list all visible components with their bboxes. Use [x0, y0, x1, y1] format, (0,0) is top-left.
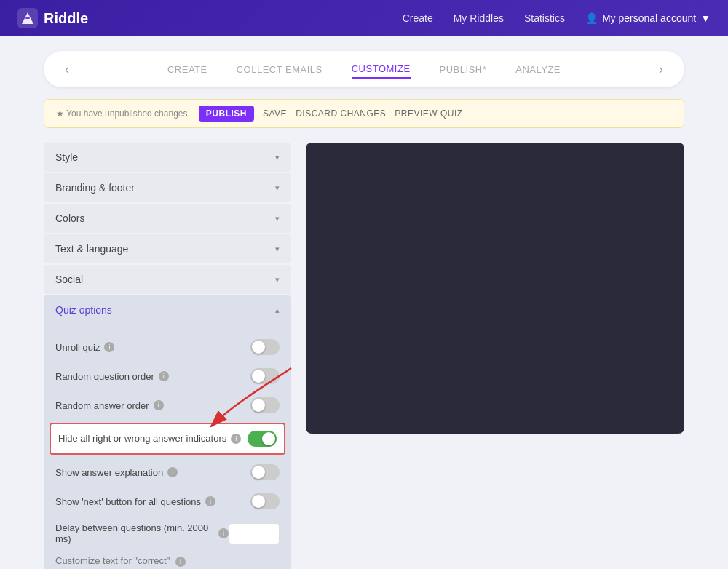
correct-label-text: Customize text for "correct" — [55, 555, 170, 566]
toggle-thumb — [252, 466, 265, 479]
sidebar-branding-label: Branding & footer — [55, 182, 135, 194]
delay-info-icon[interactable]: i — [218, 528, 229, 538]
step-back-button[interactable]: ‹ — [58, 62, 76, 77]
delay-label: Delay between questions (min. 2000 ms) i — [55, 522, 229, 544]
random-question-toggle[interactable] — [250, 368, 280, 384]
main-content: ‹ CREATE COLLECT EMAILS CUSTOMIZE PUBLIS… — [0, 36, 728, 569]
hide-indicators-text: Hide all right or wrong answer indicator… — [58, 432, 226, 445]
random-question-text: Random question order — [55, 371, 154, 382]
content-area: Style ▾ Branding & footer ▾ Colors ▾ — [44, 143, 684, 569]
unroll-quiz-label: Unroll quiz i — [55, 342, 114, 353]
logo-icon — [17, 8, 38, 28]
show-explanation-toggle[interactable] — [250, 464, 280, 480]
correct-label: Customize text for "correct" i — [44, 551, 291, 568]
unroll-quiz-row: Unroll quiz i — [44, 333, 291, 362]
step-bar: ‹ CREATE COLLECT EMAILS CUSTOMIZE PUBLIS… — [44, 51, 684, 87]
toggle-thumb-on — [262, 432, 275, 445]
show-explanation-info-icon[interactable]: i — [167, 467, 178, 477]
sidebar-section-quiz-options-header[interactable]: Quiz options ▴ — [44, 295, 291, 325]
unroll-quiz-toggle[interactable] — [250, 339, 280, 355]
show-explanation-row: Show answer explanation i — [44, 458, 291, 487]
show-explanation-text: Show answer explanation — [55, 467, 163, 478]
chevron-down-icon: ▾ — [275, 275, 280, 284]
sidebar: Style ▾ Branding & footer ▾ Colors ▾ — [44, 143, 291, 569]
sidebar-section-style-header[interactable]: Style ▾ — [44, 143, 291, 172]
svg-rect-2 — [25, 17, 30, 19]
sidebar-text-label: Text & language — [55, 243, 128, 255]
nav-links: Create My Riddles Statistics 👤 My person… — [403, 12, 711, 24]
show-next-info-icon[interactable]: i — [205, 496, 215, 506]
sidebar-section-text-header[interactable]: Text & language ▾ — [44, 234, 291, 263]
chevron-down-icon: ▾ — [275, 214, 280, 223]
random-answer-toggle[interactable] — [250, 397, 280, 413]
hide-indicators-label: Hide all right or wrong answer indicator… — [58, 432, 241, 445]
tab-customize[interactable]: CUSTOMIZE — [352, 60, 411, 79]
random-question-info-icon[interactable]: i — [159, 371, 169, 381]
show-next-label: Show 'next' button for all questions i — [55, 496, 215, 507]
sidebar-section-text: Text & language ▾ — [44, 234, 291, 263]
delay-input[interactable]: 2000 — [229, 523, 280, 544]
sidebar-section-social-header[interactable]: Social ▾ — [44, 265, 291, 294]
show-next-toggle[interactable] — [250, 493, 280, 509]
logo[interactable]: Riddle — [17, 8, 88, 28]
chevron-down-icon: ▾ — [275, 244, 280, 254]
step-tabs: CREATE COLLECT EMAILS CUSTOMIZE PUBLISH*… — [167, 60, 561, 79]
hide-indicators-row: Hide all right or wrong answer indicator… — [50, 423, 285, 455]
quiz-options-body: Unroll quiz i Random question order i — [44, 325, 291, 569]
hide-indicators-toggle[interactable] — [248, 431, 277, 447]
hide-indicators-info-icon[interactable]: i — [231, 434, 241, 444]
show-explanation-label: Show answer explanation i — [55, 467, 178, 478]
action-bar: ★ You have unpublished changes. PUBLISH … — [44, 99, 684, 128]
sidebar-section-style: Style ▾ — [44, 143, 291, 172]
account-menu[interactable]: 👤 My personal account ▼ — [585, 12, 711, 24]
sidebar-section-branding: Branding & footer ▾ — [44, 173, 291, 202]
account-label: My personal account — [602, 12, 696, 24]
toggle-thumb — [252, 399, 265, 412]
sidebar-social-label: Social — [55, 274, 83, 285]
random-answer-text: Random answer order — [55, 400, 149, 411]
tab-collect-emails[interactable]: COLLECT EMAILS — [237, 61, 323, 78]
sidebar-section-colors-header[interactable]: Colors ▾ — [44, 204, 291, 233]
unroll-quiz-info-icon[interactable]: i — [104, 342, 114, 352]
tab-create[interactable]: CREATE — [167, 61, 207, 78]
account-chevron-icon: ▼ — [700, 12, 711, 24]
toggle-thumb — [252, 341, 265, 354]
sidebar-quiz-options-label: Quiz options — [55, 304, 112, 316]
preview-quiz-button[interactable]: PREVIEW QUIZ — [395, 108, 462, 119]
random-question-label: Random question order i — [55, 371, 169, 382]
chevron-up-icon: ▴ — [275, 306, 280, 315]
random-answer-label: Random answer order i — [55, 400, 164, 411]
random-answer-info-icon[interactable]: i — [154, 400, 164, 410]
publish-button[interactable]: PUBLISH — [199, 106, 254, 122]
sidebar-style-label: Style — [55, 151, 78, 163]
delay-row: Delay between questions (min. 2000 ms) i… — [44, 516, 291, 551]
random-question-row: Random question order i — [44, 362, 291, 391]
step-forward-button[interactable]: › — [652, 62, 670, 77]
sidebar-section-branding-header[interactable]: Branding & footer ▾ — [44, 173, 291, 202]
correct-info-icon[interactable]: i — [175, 557, 186, 567]
tab-analyze[interactable]: ANALYZE — [515, 61, 561, 78]
chevron-down-icon: ▾ — [275, 183, 280, 193]
right-panel: Are you really cyber-secure? The online … — [306, 143, 684, 569]
show-next-text: Show 'next' button for all questions — [55, 496, 201, 507]
logo-text: Riddle — [44, 10, 88, 27]
unroll-quiz-text: Unroll quiz — [55, 342, 100, 353]
preview-panel: Are you really cyber-secure? The online … — [306, 143, 684, 434]
toggle-thumb — [252, 370, 265, 383]
delay-text: Delay between questions (min. 2000 ms) — [55, 522, 214, 544]
nav-create[interactable]: Create — [403, 12, 433, 24]
nav-my-riddles[interactable]: My Riddles — [454, 12, 504, 24]
sidebar-colors-label: Colors — [55, 212, 84, 224]
top-navigation: Riddle Create My Riddles Statistics 👤 My… — [0, 0, 728, 36]
unpublished-message: ★ You have unpublished changes. — [56, 108, 190, 119]
sidebar-section-quiz-options: Quiz options ▴ Unroll quiz i — [44, 295, 291, 569]
sidebar-section-colors: Colors ▾ — [44, 204, 291, 233]
chevron-down-icon: ▾ — [275, 153, 280, 162]
save-button[interactable]: SAVE — [263, 108, 287, 119]
nav-statistics[interactable]: Statistics — [524, 12, 565, 24]
tab-publish[interactable]: PUBLISH* — [440, 61, 487, 78]
toggle-thumb — [252, 495, 265, 508]
show-next-row: Show 'next' button for all questions i — [44, 487, 291, 516]
account-icon: 👤 — [585, 12, 598, 24]
discard-button[interactable]: DISCARD CHANGES — [296, 108, 386, 119]
